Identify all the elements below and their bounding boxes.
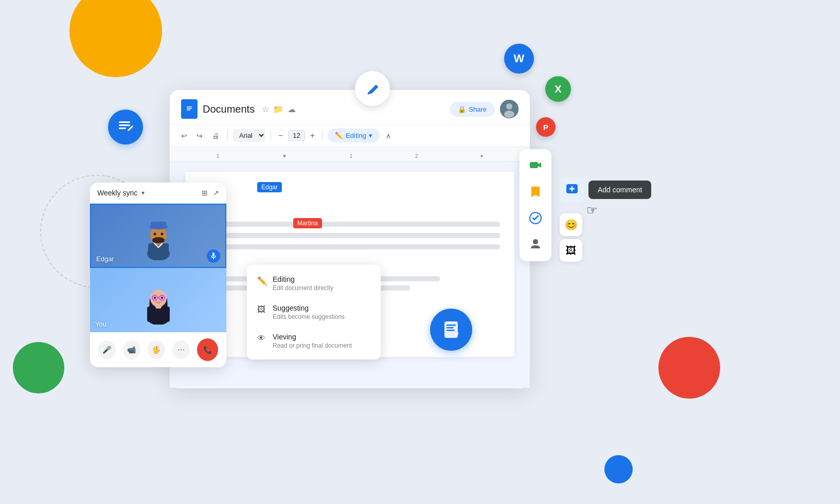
doc-edit-icon-bubble <box>108 110 143 145</box>
redo-button[interactable]: ↪ <box>193 130 206 142</box>
green-circle <box>13 342 64 393</box>
print-button[interactable]: 🖨 <box>209 130 222 142</box>
menu-item-viewing[interactable]: 👁 Vieving Read or pring final document <box>247 327 381 355</box>
editing-mode-dropdown: ✏️ Editing Edit document directly 🖼 Sugg… <box>247 265 381 359</box>
svg-rect-3 <box>185 104 193 114</box>
menu-item-editing[interactable]: ✏️ Editing Edit document directly <box>247 269 381 298</box>
folder-icon[interactable]: 📁 <box>273 104 283 114</box>
suggesting-title: Suggesting <box>273 304 345 312</box>
svg-rect-0 <box>119 121 130 123</box>
pencil-icon: ✏️ <box>335 132 343 139</box>
svg-point-17 <box>153 233 156 236</box>
avatar-W: W <box>504 44 534 74</box>
svg-rect-11 <box>148 243 169 258</box>
cursor-martina: Martina <box>293 218 322 227</box>
you-video-bg <box>90 268 226 332</box>
more-options-button[interactable]: ⋯ <box>172 340 190 359</box>
pencil-bubble <box>355 71 390 106</box>
viewing-title: Vieving <box>273 333 352 341</box>
todo-line-1 <box>212 222 500 227</box>
toolbar-sep-2 <box>271 131 271 141</box>
svg-marker-31 <box>538 163 541 168</box>
chevron-down-icon: ▾ <box>369 132 372 139</box>
edgar-cursor-label: Edgar <box>257 182 282 192</box>
video-title: Weekly sync <box>97 189 137 197</box>
video-tile-edgar: Edgar <box>90 204 226 268</box>
svg-point-9 <box>504 111 514 118</box>
add-comment-container: Add comment <box>560 177 651 202</box>
svg-point-18 <box>160 233 163 236</box>
avatar-X: X <box>545 76 571 102</box>
grid-view-icon[interactable]: ⊞ <box>202 189 208 197</box>
editing-mode-button[interactable]: ✏️ Editing ▾ <box>328 129 380 142</box>
svg-rect-2 <box>119 128 126 129</box>
video-call-panel: Weekly sync ▾ ⊞ ↗ <box>90 183 226 367</box>
todo-line-3 <box>212 244 500 249</box>
avatar-P: P <box>536 117 556 137</box>
add-comment-button[interactable] <box>560 177 584 202</box>
cursor-hand-icon: ☞ <box>586 203 598 218</box>
editing-icon: ✏️ <box>257 276 266 286</box>
svg-point-14 <box>152 237 165 243</box>
font-size-display: 12 <box>288 130 305 141</box>
editing-title: Editing <box>273 275 333 283</box>
todo-item-2 <box>200 232 500 239</box>
todo-item-1 <box>200 221 500 228</box>
todo-line-2 <box>212 233 500 238</box>
sidebar-secondary-icons: 😊 🖼 <box>560 213 582 262</box>
font-size-decrease[interactable]: − <box>276 130 285 141</box>
menu-item-suggesting[interactable]: 🖼 Suggesting Edits become suggestions <box>247 298 381 327</box>
you-name-label: You <box>95 320 106 328</box>
suggesting-icon: 🖼 <box>257 305 266 314</box>
lock-icon: 🔒 <box>458 105 466 113</box>
ruler-marks: 1 ▼ 1 2 ▾ <box>185 153 514 161</box>
video-header: Weekly sync ▾ ⊞ ↗ <box>90 183 226 204</box>
svg-point-28 <box>154 297 156 299</box>
doc-file-icon <box>181 99 198 119</box>
add-comment-tooltip: Add comment <box>588 181 651 199</box>
video-tile-you: You <box>90 268 226 332</box>
viewing-subtitle: Read or pring final document <box>273 342 352 349</box>
contacts-sidebar-button[interactable] <box>524 232 547 255</box>
collapse-button[interactable]: ∧ <box>383 130 394 142</box>
font-selector[interactable]: Arial <box>233 129 265 142</box>
svg-rect-16 <box>151 222 166 229</box>
dropdown-chevron-icon[interactable]: ▾ <box>141 189 145 196</box>
svg-point-8 <box>506 103 512 110</box>
doc-ruler: 1 ▼ 1 2 ▾ <box>170 147 530 161</box>
svg-rect-20 <box>213 258 214 259</box>
star-icon[interactable]: ☆ <box>262 104 269 114</box>
external-link-icon[interactable]: ↗ <box>213 189 219 197</box>
viewing-icon: 👁 <box>257 334 266 343</box>
hand-button[interactable]: 🖐 <box>148 340 165 359</box>
meet-sidebar-button[interactable] <box>524 155 547 178</box>
svg-rect-19 <box>212 253 215 257</box>
todo-item-3 <box>200 243 500 250</box>
edgar-mic-icon <box>207 249 220 263</box>
doc-toolbar: ↩ ↪ 🖨 Arial − 12 + ✏️ Editing ▾ ∧ <box>170 124 530 147</box>
svg-point-29 <box>161 297 163 299</box>
svg-rect-30 <box>530 162 538 168</box>
doc-ai-bubble[interactable] <box>430 309 472 351</box>
svg-rect-1 <box>119 124 130 126</box>
share-button[interactable]: 🔒 Share <box>450 102 495 117</box>
keep-sidebar-button[interactable] <box>524 181 547 204</box>
doc-title-icons: ☆ 📁 ☁ <box>262 104 296 114</box>
image-button[interactable]: 🖼 <box>560 239 582 262</box>
video-button[interactable]: 📹 <box>123 340 140 359</box>
toolbar-sep-1 <box>227 131 228 141</box>
mic-button[interactable]: 🎤 <box>98 340 116 359</box>
end-call-button[interactable]: 📞 <box>197 338 218 361</box>
svg-rect-5 <box>187 108 192 109</box>
blue-small-circle <box>604 455 633 483</box>
svg-rect-4 <box>187 106 192 107</box>
cloud-icon[interactable]: ☁ <box>288 104 296 114</box>
undo-button[interactable]: ↩ <box>178 130 190 142</box>
right-sidebar <box>520 149 551 261</box>
emoji-button[interactable]: 😊 <box>560 213 582 236</box>
font-size-increase[interactable]: + <box>308 130 317 141</box>
toolbar-sep-3 <box>322 131 323 141</box>
svg-rect-39 <box>446 327 454 329</box>
tasks-sidebar-button[interactable] <box>524 207 547 229</box>
yellow-circle <box>69 0 162 77</box>
